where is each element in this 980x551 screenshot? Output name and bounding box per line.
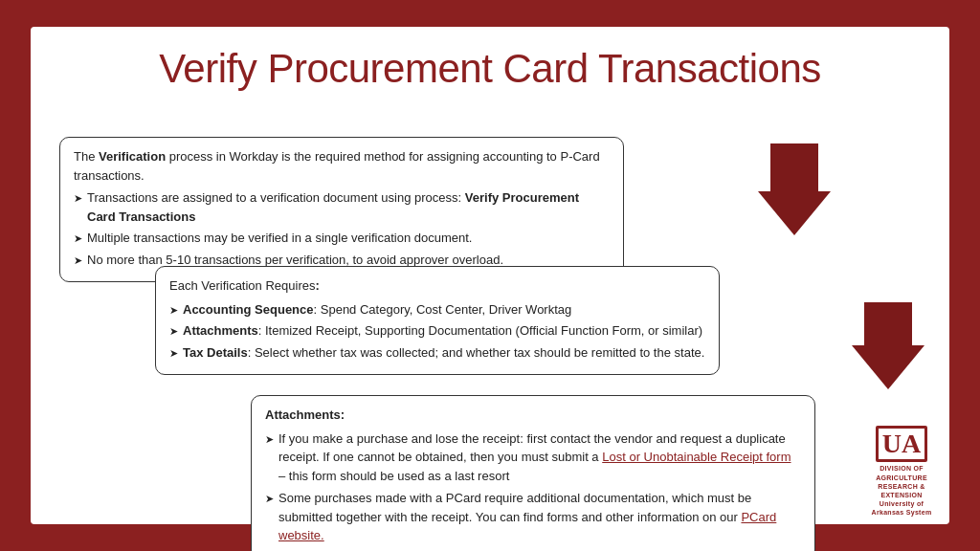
pcard-website-link[interactable]: PCard website. xyxy=(278,510,776,543)
box1-bullet1-bold: Verify Procurement Card Transactions xyxy=(87,190,579,224)
lost-receipt-link[interactable]: Lost or Unobtainable Receipt form xyxy=(602,450,791,464)
box1-bold-verification: Verification xyxy=(99,149,166,164)
arrow1 xyxy=(758,143,831,235)
box2-bullet3: Tax Details: Select whether tax was coll… xyxy=(169,343,705,363)
ua-logo-box: UA xyxy=(876,426,927,462)
box1: The Verification process in Workday is t… xyxy=(59,137,624,282)
box3: Attachments: If you make a purchase and … xyxy=(251,395,815,551)
box2: Each Verification Requires: Accounting S… xyxy=(155,266,720,375)
box1-bullet1: Transactions are assigned to a verificat… xyxy=(74,188,610,226)
box2-bullet2: Attachments: Itemized Receipt, Supportin… xyxy=(169,321,705,341)
box1-intro: The Verification process in Workday is t… xyxy=(74,147,610,185)
box3-bullet2: Some purchases made with a PCard require… xyxy=(265,489,801,545)
ua-logo-area: UA DIVISION OF AGRICULTURE RESEARCH & EX… xyxy=(863,426,940,517)
arrow2 xyxy=(852,302,924,389)
arrow2-shaft xyxy=(864,302,912,345)
arrow1-shaft xyxy=(770,143,818,191)
box3-heading: Attachments: xyxy=(265,406,801,425)
arrow1-head xyxy=(758,191,831,235)
box1-bullet2: Multiple transactions may be verified in… xyxy=(74,229,610,248)
ua-logo-letters: UA xyxy=(882,429,921,458)
slide-container: Verify Procurement Card Transactions The… xyxy=(31,27,949,524)
ua-logo-subtitle: DIVISION OF AGRICULTURE RESEARCH & EXTEN… xyxy=(863,464,940,517)
box2-bullet1: Accounting Sequence: Spend Category, Cos… xyxy=(169,300,705,320)
box3-bullet1: If you make a purchase and lose the rece… xyxy=(265,430,801,486)
slide-title: Verify Procurement Card Transactions xyxy=(59,46,921,92)
box2-heading: Each Verification Requires: xyxy=(169,276,705,296)
arrow2-head xyxy=(852,345,924,389)
